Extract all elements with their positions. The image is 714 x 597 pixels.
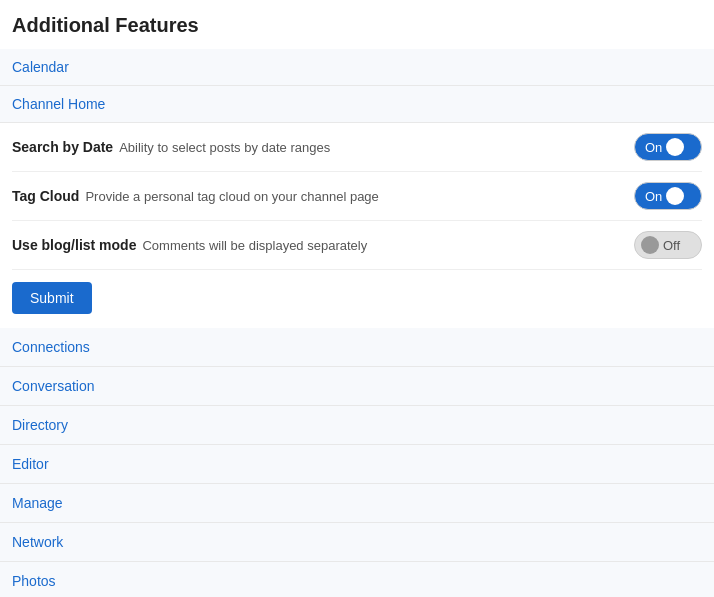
editor-link[interactable]: Editor <box>12 456 49 472</box>
connections-link[interactable]: Connections <box>12 339 90 355</box>
toggle-on-label-search: On <box>645 140 662 155</box>
settings-section: Search by Date Ability to select posts b… <box>0 123 714 328</box>
menu-row-directory[interactable]: Directory <box>0 406 714 445</box>
setting-name-search-by-date: Search by Date <box>12 139 113 155</box>
calendar-link[interactable]: Calendar <box>12 59 69 75</box>
toggle-circle-tag <box>666 187 684 205</box>
setting-desc-tag-cloud: Provide a personal tag cloud on your cha… <box>85 189 378 204</box>
toggle-off-label-blog: Off <box>663 238 680 253</box>
setting-row-blog-list: Use blog/list mode Comments will be disp… <box>12 221 702 270</box>
setting-desc-blog-list: Comments will be displayed separately <box>142 238 367 253</box>
menu-row-photos[interactable]: Photos <box>0 562 714 597</box>
setting-label-tag-cloud: Tag Cloud Provide a personal tag cloud o… <box>12 188 634 204</box>
directory-link[interactable]: Directory <box>12 417 68 433</box>
nav-link-channel-home[interactable]: Channel Home <box>0 86 714 123</box>
menu-row-editor[interactable]: Editor <box>0 445 714 484</box>
menu-row-network[interactable]: Network <box>0 523 714 562</box>
setting-row-tag-cloud: Tag Cloud Provide a personal tag cloud o… <box>12 172 702 221</box>
setting-desc-search-by-date: Ability to select posts by date ranges <box>119 140 330 155</box>
setting-label-blog-list: Use blog/list mode Comments will be disp… <box>12 237 634 253</box>
nav-link-calendar[interactable]: Calendar <box>0 49 714 86</box>
toggle-on-label-tag: On <box>645 189 662 204</box>
network-link[interactable]: Network <box>12 534 63 550</box>
top-nav-links: Calendar Channel Home <box>0 49 714 123</box>
setting-row-search-by-date: Search by Date Ability to select posts b… <box>12 123 702 172</box>
toggle-blog-list[interactable]: Off <box>634 231 702 259</box>
conversation-link[interactable]: Conversation <box>12 378 95 394</box>
setting-label-search-by-date: Search by Date Ability to select posts b… <box>12 139 634 155</box>
toggle-search-by-date[interactable]: On <box>634 133 702 161</box>
menu-row-conversation[interactable]: Conversation <box>0 367 714 406</box>
toggle-circle-search <box>666 138 684 156</box>
photos-link[interactable]: Photos <box>12 573 56 589</box>
menu-row-connections[interactable]: Connections <box>0 328 714 367</box>
page-title: Additional Features <box>0 0 714 49</box>
menu-row-manage[interactable]: Manage <box>0 484 714 523</box>
setting-name-tag-cloud: Tag Cloud <box>12 188 79 204</box>
toggle-circle-blog <box>641 236 659 254</box>
submit-area: Submit <box>12 270 702 328</box>
page-container: Additional Features Calendar Channel Hom… <box>0 0 714 597</box>
setting-name-blog-list: Use blog/list mode <box>12 237 136 253</box>
manage-link[interactable]: Manage <box>12 495 63 511</box>
channel-home-link[interactable]: Channel Home <box>12 96 105 112</box>
toggle-tag-cloud[interactable]: On <box>634 182 702 210</box>
menu-section: Connections Conversation Directory Edito… <box>0 328 714 597</box>
submit-button[interactable]: Submit <box>12 282 92 314</box>
